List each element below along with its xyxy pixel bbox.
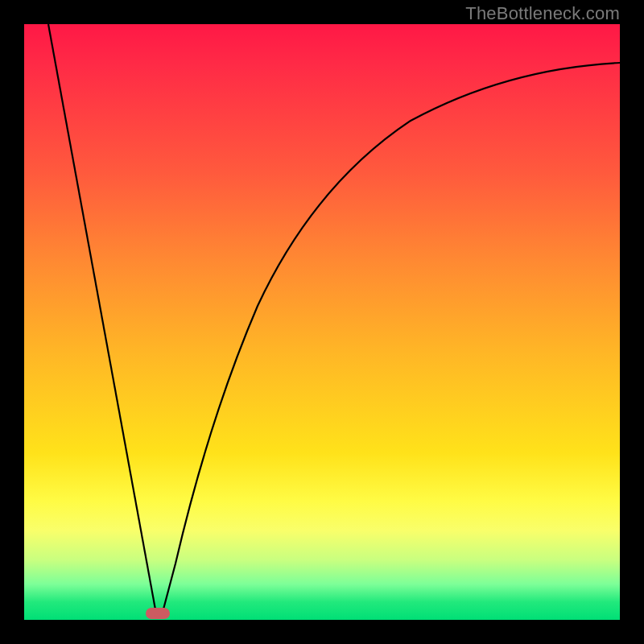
bottleneck-curve xyxy=(24,24,620,620)
curve-left-branch xyxy=(48,24,157,618)
plot-area xyxy=(24,24,620,620)
optimal-marker xyxy=(146,608,170,619)
chart-frame: TheBottleneck.com xyxy=(0,0,644,644)
watermark-text: TheBottleneck.com xyxy=(465,3,620,24)
curve-right-branch xyxy=(161,63,620,618)
